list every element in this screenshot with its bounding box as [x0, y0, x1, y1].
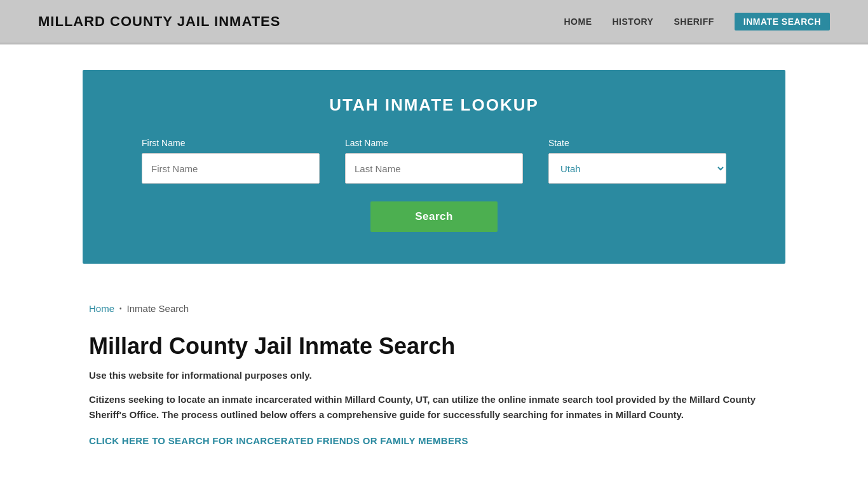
- last-name-label: Last Name: [345, 138, 523, 148]
- site-header: MILLARD COUNTY JAIL INMATES HOME HISTORY…: [0, 0, 868, 44]
- search-banner: UTAH INMATE LOOKUP First Name Last Name …: [83, 70, 785, 264]
- nav-history[interactable]: HISTORY: [613, 17, 654, 27]
- search-button[interactable]: Search: [370, 201, 498, 232]
- nav-inmate-search[interactable]: INMATE SEARCH: [735, 13, 830, 30]
- nav-home[interactable]: HOME: [564, 17, 592, 27]
- nav-sheriff[interactable]: SHERIFF: [674, 17, 714, 27]
- search-btn-row: Search: [121, 201, 747, 232]
- breadcrumb-separator: •: [119, 305, 122, 312]
- breadcrumb-current-page: Inmate Search: [127, 303, 189, 314]
- search-form-row: First Name Last Name State Utah: [121, 138, 747, 184]
- breadcrumb: Home • Inmate Search: [0, 289, 868, 320]
- last-name-input[interactable]: [345, 153, 523, 184]
- page-heading: Millard County Jail Inmate Search: [89, 333, 779, 360]
- state-label: State: [548, 138, 726, 148]
- banner-title: UTAH INMATE LOOKUP: [121, 95, 747, 115]
- main-nav: HOME HISTORY SHERIFF INMATE SEARCH: [564, 13, 831, 30]
- state-group: State Utah: [548, 138, 726, 184]
- breadcrumb-home-link[interactable]: Home: [89, 303, 114, 314]
- description-text: Citizens seeking to locate an inmate inc…: [89, 392, 756, 423]
- cta-link[interactable]: CLICK HERE to Search for Incarcerated Fr…: [89, 435, 468, 446]
- first-name-label: First Name: [142, 138, 320, 148]
- first-name-group: First Name: [142, 138, 320, 184]
- site-title: MILLARD COUNTY JAIL INMATES: [38, 13, 280, 30]
- first-name-input[interactable]: [142, 153, 320, 184]
- state-select[interactable]: Utah: [548, 153, 726, 184]
- last-name-group: Last Name: [345, 138, 523, 184]
- tagline: Use this website for informational purpo…: [89, 370, 779, 381]
- content-section: Millard County Jail Inmate Search Use th…: [0, 320, 868, 472]
